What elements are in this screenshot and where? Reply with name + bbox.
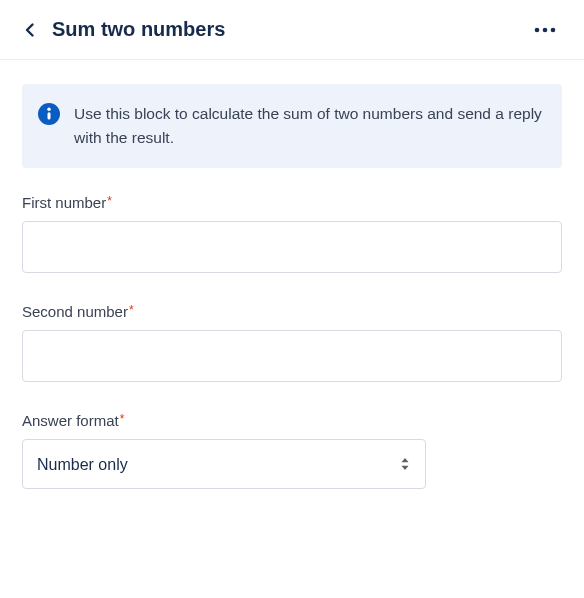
info-text: Use this block to calculate the sum of t… <box>74 102 546 150</box>
svg-point-4 <box>47 108 50 111</box>
svg-rect-5 <box>48 112 51 119</box>
required-asterisk: * <box>129 303 134 317</box>
field-first-number: First number* <box>22 194 562 273</box>
header: Sum two numbers <box>0 0 584 60</box>
svg-point-2 <box>551 27 556 32</box>
second-number-label: Second number* <box>22 303 134 320</box>
second-number-label-text: Second number <box>22 303 128 320</box>
field-second-number: Second number* <box>22 303 562 382</box>
back-icon[interactable] <box>22 22 38 38</box>
first-number-label: First number* <box>22 194 112 211</box>
answer-format-select[interactable]: Number only <box>22 439 426 489</box>
content: Use this block to calculate the sum of t… <box>0 60 584 543</box>
svg-point-1 <box>543 27 548 32</box>
info-box: Use this block to calculate the sum of t… <box>22 84 562 168</box>
field-answer-format: Answer format* Number only <box>22 412 562 489</box>
required-asterisk: * <box>120 412 125 426</box>
svg-point-0 <box>535 27 540 32</box>
answer-format-select-wrap: Number only <box>22 439 426 489</box>
second-number-input[interactable] <box>22 330 562 382</box>
more-icon[interactable] <box>534 27 562 33</box>
answer-format-label-text: Answer format <box>22 412 119 429</box>
page-title: Sum two numbers <box>52 18 225 41</box>
answer-format-label: Answer format* <box>22 412 124 429</box>
required-asterisk: * <box>107 194 112 208</box>
header-left: Sum two numbers <box>22 18 225 41</box>
first-number-input[interactable] <box>22 221 562 273</box>
first-number-label-text: First number <box>22 194 106 211</box>
info-icon <box>38 103 60 125</box>
